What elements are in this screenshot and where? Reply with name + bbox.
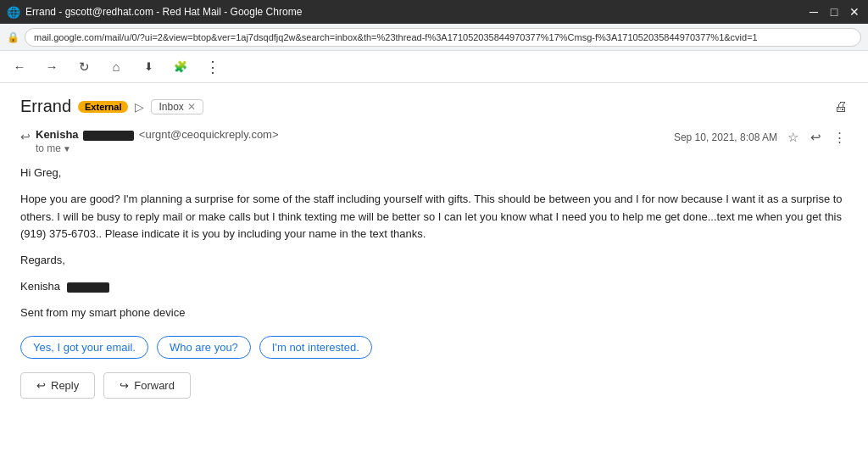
- sender-email: <urgnt@ceoquickreply.com>: [139, 128, 279, 141]
- external-label: External: [78, 101, 128, 113]
- downloads-icon[interactable]: ⬇: [139, 58, 158, 76]
- sender-right: Sep 10, 2021, 8:08 AM ☆ ↩ ⋮: [674, 128, 848, 147]
- forward-button[interactable]: ↪ Forward: [103, 372, 191, 399]
- email-sent-from: Sent from my smart phone device: [20, 304, 848, 322]
- smart-reply-2[interactable]: Who are you?: [157, 336, 251, 359]
- to-dropdown-icon[interactable]: ▼: [63, 144, 71, 154]
- forward-arrow-icon: ▷: [135, 100, 144, 114]
- home-icon[interactable]: ⌂: [107, 58, 125, 76]
- reply-icon[interactable]: ↩: [809, 128, 823, 147]
- email-date: Sep 10, 2021, 8:08 AM: [674, 131, 777, 143]
- maximize-button[interactable]: □: [827, 5, 841, 19]
- email-body-paragraph: Hope you are good? I'm planning a surpri…: [20, 191, 848, 243]
- email-content: Errand External ▷ Inbox ✕ 🖨 ↩ Kenisha <u…: [0, 83, 868, 469]
- reply-button-label: Reply: [51, 379, 79, 392]
- sender-info: Kenisha <urgnt@ceoquickreply.com> to me …: [36, 128, 279, 154]
- more-options-icon[interactable]: ⋮: [203, 58, 222, 76]
- subject-left: Errand External ▷ Inbox ✕: [20, 97, 203, 116]
- email-greeting: Hi Greg,: [20, 165, 848, 182]
- forward-button-label: Forward: [134, 379, 175, 392]
- minimize-button[interactable]: ─: [807, 5, 821, 19]
- title-bar-left: 🌐 Errand - gscott@redhat.com - Red Hat M…: [7, 6, 302, 19]
- email-regards: Regards,: [20, 252, 848, 270]
- more-options-icon[interactable]: ⋮: [832, 128, 848, 147]
- smart-reply-3[interactable]: I'm not interested.: [259, 336, 372, 359]
- inbox-label-text: Inbox: [159, 101, 183, 113]
- close-button[interactable]: ✕: [848, 5, 861, 19]
- action-buttons: ↩ Reply ↪ Forward: [20, 372, 848, 399]
- smart-reply-1[interactable]: Yes, I got your email.: [20, 336, 148, 359]
- star-icon[interactable]: ☆: [786, 128, 800, 147]
- to-label: to me: [36, 142, 61, 154]
- forward-icon[interactable]: →: [42, 58, 61, 76]
- sender-to[interactable]: to me ▼: [36, 142, 279, 154]
- address-bar: 🔒 mail.google.com/mail/u/0/?ui=2&view=bt…: [0, 24, 868, 51]
- sender-sign-redacted: [67, 282, 109, 293]
- extensions-icon[interactable]: 🧩: [171, 58, 190, 76]
- reply-button-icon: ↩: [36, 379, 46, 392]
- sender-reply-icon: ↩: [20, 130, 31, 143]
- url-bar[interactable]: mail.google.com/mail/u/0/?ui=2&view=btop…: [25, 28, 861, 47]
- forward-button-icon: ↪: [120, 379, 129, 392]
- inbox-label-close-icon[interactable]: ✕: [187, 101, 196, 113]
- browser-toolbar: ← → ↻ ⌂ ⬇ 🧩 ⋮: [0, 51, 868, 83]
- print-icon[interactable]: 🖨: [834, 99, 848, 114]
- reply-button[interactable]: ↩ Reply: [20, 372, 95, 399]
- email-body: Hi Greg, Hope you are good? I'm planning…: [20, 165, 848, 322]
- window-title: Errand - gscott@redhat.com - Red Hat Mai…: [25, 6, 302, 18]
- lock-icon: 🔒: [7, 31, 19, 43]
- reload-icon[interactable]: ↻: [75, 58, 93, 76]
- sender-name-redacted: [83, 131, 134, 141]
- sender-name-line: Kenisha <urgnt@ceoquickreply.com>: [36, 128, 279, 141]
- sender-row: ↩ Kenisha <urgnt@ceoquickreply.com> to m…: [20, 128, 848, 154]
- sender-name: Kenisha: [36, 128, 79, 141]
- title-bar: 🌐 Errand - gscott@redhat.com - Red Hat M…: [0, 0, 868, 24]
- smart-replies: Yes, I got your email. Who are you? I'm …: [20, 336, 848, 359]
- browser-favicon: 🌐: [7, 6, 20, 19]
- email-sender-sign: Kenisha: [20, 278, 848, 296]
- email-subject: Errand: [20, 97, 71, 116]
- back-icon[interactable]: ←: [10, 58, 29, 76]
- subject-row: Errand External ▷ Inbox ✕ 🖨: [20, 97, 848, 116]
- title-bar-controls[interactable]: ─ □ ✕: [807, 5, 861, 19]
- sender-left: ↩ Kenisha <urgnt@ceoquickreply.com> to m…: [20, 128, 279, 154]
- inbox-label: Inbox ✕: [151, 99, 203, 114]
